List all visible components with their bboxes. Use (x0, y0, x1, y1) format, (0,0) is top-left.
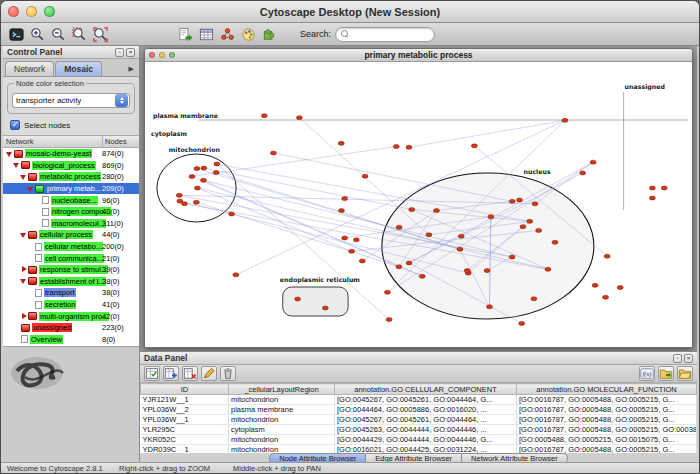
table-cell[interactable]: YPL036W__2 (141, 405, 229, 415)
network-node[interactable] (342, 236, 348, 240)
tree-item-establishment-of-l[interactable]: establishment of l...38(0) (3, 276, 139, 288)
network-node[interactable] (649, 186, 655, 190)
tree-item-primary-metab[interactable]: primary metab...209(0) (3, 183, 139, 195)
formula-icon[interactable]: f(x) (639, 366, 655, 381)
tree-expander-icon[interactable] (20, 277, 28, 286)
tree-item-metabolic-process[interactable]: metabolic process280(0) (3, 171, 139, 183)
delete-attribute-icon[interactable] (182, 366, 198, 381)
table-cell[interactable]: plasma membrane (229, 405, 335, 415)
tree-expander-icon[interactable] (6, 149, 14, 158)
tab-scroll-icon[interactable]: ▶ (126, 63, 137, 76)
network-node[interactable] (261, 114, 267, 118)
table-row[interactable]: YJR121W__1mitochondrion[GO:0045267, GO:0… (141, 395, 697, 405)
tree-expander-icon[interactable] (20, 312, 28, 321)
tree-item-cell-communica[interactable]: cell communica...21(0) (3, 252, 139, 264)
column-header-id[interactable]: ID (141, 384, 229, 395)
network-node[interactable] (322, 306, 328, 310)
network-node[interactable] (396, 265, 402, 269)
network-node[interactable] (434, 209, 440, 213)
tree-column-nodes[interactable]: Nodes (103, 136, 139, 147)
zoom-fit-icon[interactable] (91, 25, 109, 43)
open-attributes-icon[interactable] (677, 366, 693, 381)
minimize-button[interactable] (26, 6, 37, 17)
table-row[interactable]: YPL036W__2plasma membrane[GO:0044464, GO… (141, 405, 697, 415)
network-node[interactable] (393, 144, 399, 148)
network-node[interactable] (295, 297, 301, 301)
window-titlebar[interactable]: Cytoscape Desktop (New Session) (1, 1, 699, 23)
network-node[interactable] (592, 283, 598, 287)
network-node[interactable] (176, 193, 182, 197)
network-node[interactable] (194, 167, 200, 171)
network-node[interactable] (604, 254, 610, 258)
network-node[interactable] (661, 186, 667, 190)
column-header-cellularlayoutregion[interactable]: _cellularLayoutRegion (229, 384, 335, 395)
float-panel-icon[interactable]: ▫ (115, 48, 124, 57)
network-node[interactable] (488, 215, 494, 219)
network-node[interactable] (426, 233, 432, 237)
network-node[interactable] (384, 290, 390, 294)
tree-item-unassigned[interactable]: unassigned223(0) (3, 322, 139, 334)
frame-minimize-icon[interactable] (159, 52, 165, 58)
table-row[interactable]: YPL036W__1mitochondrion[GO:0045267, GO:0… (141, 415, 697, 425)
network-node[interactable] (396, 225, 402, 229)
tree-expander-icon[interactable] (20, 230, 28, 239)
network-node[interactable] (338, 141, 344, 145)
trash-icon[interactable] (220, 366, 236, 381)
network-node[interactable] (520, 225, 526, 229)
tree-item-secretion[interactable]: secretion41(0) (3, 299, 139, 311)
tree-item-transport[interactable]: transport38(0) (3, 287, 139, 299)
network-node[interactable] (194, 186, 200, 190)
search-input[interactable] (353, 29, 429, 39)
network-frame-titlebar[interactable]: primary metabolic process (145, 49, 692, 62)
zoom-in-icon[interactable] (28, 25, 46, 43)
tree-expander-icon[interactable] (20, 265, 28, 274)
search-field[interactable] (335, 27, 435, 42)
network-node[interactable] (562, 118, 568, 122)
network-node[interactable] (617, 285, 623, 289)
table-cell[interactable]: [GO:0045267, GO:0045261, GO:0044464, ... (335, 415, 517, 425)
network-node[interactable] (509, 199, 515, 203)
tree-expander-icon[interactable] (20, 172, 28, 181)
console-icon[interactable] (7, 25, 25, 43)
tree-item-macromolecul[interactable]: macromolecul...311(0) (3, 218, 139, 230)
zoom-out-icon[interactable] (49, 25, 67, 43)
tree-item-overview[interactable]: Overview8(0) (3, 334, 139, 346)
network-node[interactable] (406, 145, 412, 149)
network-node[interactable] (509, 255, 515, 259)
network-node[interactable] (296, 116, 302, 120)
network-node[interactable] (484, 269, 490, 273)
network-canvas[interactable]: plasma membranecytoplasmmitochondrionnuc… (145, 62, 692, 347)
frame-close-icon[interactable] (149, 52, 155, 58)
network-node[interactable] (359, 259, 365, 263)
tree-item-mosaic-demo-yeast[interactable]: mosaic-demo-yeast874(0) (3, 148, 139, 160)
close-panel-icon[interactable]: × (684, 354, 693, 363)
tab-network[interactable]: Network (5, 61, 54, 76)
network-node[interactable] (233, 273, 239, 277)
zoom-button[interactable] (44, 6, 55, 17)
table-cell[interactable]: [GO:0044464, GO:0005886, GO:0016020, ... (335, 405, 517, 415)
create-attribute-icon[interactable] (163, 366, 179, 381)
network-node[interactable] (457, 247, 463, 251)
tree-item-nucleobase[interactable]: nucleobase...96(0) (3, 194, 139, 206)
network-node[interactable] (517, 198, 523, 202)
table-cell[interactable]: mitochondrion (229, 435, 335, 445)
network-node[interactable] (464, 269, 470, 273)
table-cell[interactable]: YLR295C (141, 425, 229, 435)
select-nodes-checkbox[interactable]: ✓ (10, 120, 20, 130)
import-network-icon[interactable] (176, 25, 194, 43)
network-node[interactable] (189, 175, 195, 179)
network-node[interactable] (519, 321, 525, 325)
table-cell[interactable]: [GO:0016787, GO:0005488, GO:0005215, G..… (517, 405, 697, 415)
table-cell[interactable]: mitochondrion (229, 395, 335, 405)
table-cell[interactable]: [GO:0045263, GO:0044444, GO:0044446, ... (335, 425, 517, 435)
select-attributes-icon[interactable] (144, 366, 160, 381)
tree-item-response-to-stimul[interactable]: response to stimul...39(0) (3, 264, 139, 276)
close-panel-icon[interactable]: × (126, 48, 135, 57)
network-node[interactable] (487, 305, 493, 309)
table-row[interactable]: YLR295Ccytoplasm[GO:0045263, GO:0044444,… (141, 425, 697, 435)
import-table-icon[interactable] (197, 25, 215, 43)
network-node[interactable] (590, 160, 596, 164)
network-node[interactable] (552, 240, 558, 244)
network-node[interactable] (603, 295, 609, 299)
network-node[interactable] (649, 196, 655, 200)
